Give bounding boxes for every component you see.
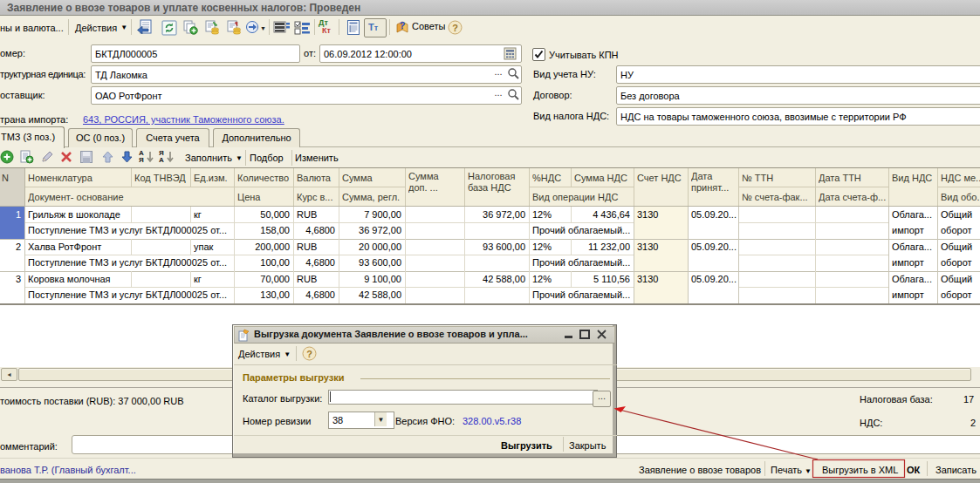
svg-text:?: ? (306, 349, 312, 359)
svg-text:?: ? (452, 23, 458, 33)
svg-text:?: ? (400, 20, 406, 31)
